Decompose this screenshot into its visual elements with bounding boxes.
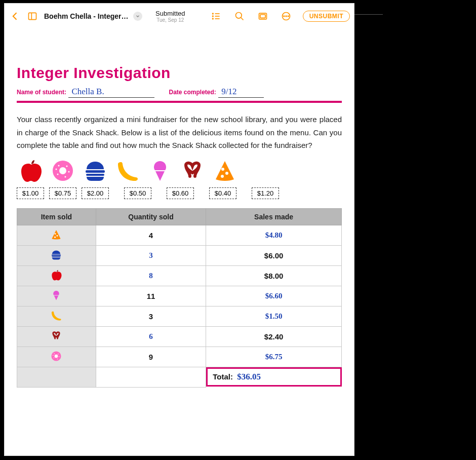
qty-cell: 3	[96, 245, 206, 265]
snack-price-row: $1.00$0.75$2.00$0.50$0.60$0.40$1.20	[17, 187, 342, 199]
apple-icon	[51, 274, 62, 282]
list-icon[interactable]	[210, 10, 223, 23]
callout-line	[354, 14, 383, 15]
donut-icon	[51, 355, 62, 363]
table-header-0: Item sold	[17, 208, 96, 225]
table-row: 6 $2.40	[17, 326, 342, 347]
date-label: Date completed:	[169, 89, 216, 96]
table-row: 4 $4.80	[17, 225, 342, 245]
svg-point-15	[212, 13, 213, 14]
item-cell-pizza	[17, 225, 96, 245]
qty-cell: 4	[96, 225, 206, 245]
worksheet-title: Integer Investigation	[17, 64, 342, 82]
worksheet-page: Integer Investigation Name of student: C…	[5, 29, 354, 398]
svg-line-22	[241, 18, 243, 20]
status-label: Submitted	[155, 10, 185, 17]
price-icecream: $0.60	[167, 187, 194, 199]
sidebar-icon[interactable]	[26, 10, 39, 23]
qty-cell: 8	[96, 265, 206, 286]
qty-cell: 6	[96, 326, 206, 347]
burger-icon	[82, 159, 109, 182]
banana-icon	[114, 159, 141, 182]
total-value: $36.05	[237, 372, 261, 381]
pretzel-icon	[179, 159, 206, 182]
svg-point-26	[284, 16, 285, 17]
svg-point-17	[212, 16, 213, 17]
unsubmit-button[interactable]: UNSUBMIT	[303, 11, 350, 22]
table-header-1: Quantity sold	[96, 208, 206, 225]
qty-cell: 9	[96, 347, 206, 367]
price-pretzel: $0.40	[209, 187, 236, 199]
status-block: Submitted Tue, Sep 12	[155, 10, 185, 23]
table-row: 8 $8.00	[17, 265, 342, 286]
price-burger: $2.00	[82, 187, 109, 199]
item-cell-burger	[17, 245, 96, 265]
pizza-icon	[51, 233, 62, 242]
sales-cell: $6.60	[206, 286, 342, 306]
doc-title-block[interactable]: Boehm Chella - Integers I...	[44, 12, 142, 21]
price-donut: $0.75	[49, 187, 76, 199]
back-icon[interactable]	[9, 10, 22, 23]
sales-cell: $6.00	[206, 245, 342, 265]
separator-line	[17, 101, 342, 103]
media-icon[interactable]	[256, 10, 269, 23]
burger-icon	[51, 253, 62, 262]
svg-rect-24	[260, 15, 265, 18]
chevron-down-icon[interactable]	[133, 12, 142, 21]
svg-point-28	[288, 16, 289, 17]
table-row: 3 $1.50	[17, 306, 342, 326]
more-icon[interactable]	[280, 10, 293, 23]
svg-point-27	[286, 16, 287, 17]
worksheet-meta-row: Name of student: Chella B. Date complete…	[17, 87, 342, 98]
name-value: Chella B.	[68, 87, 154, 98]
price-banana: $0.50	[124, 187, 151, 199]
icecream-icon	[146, 159, 174, 182]
sales-cell: $8.00	[206, 265, 342, 286]
table-header-2: Sales made	[206, 208, 342, 225]
price-apple: $1.00	[17, 187, 44, 199]
pizza-icon	[211, 159, 239, 182]
status-date: Tue, Sep 12	[155, 17, 185, 23]
svg-point-21	[235, 13, 242, 19]
name-label: Name of student:	[17, 89, 66, 96]
doc-title: Boehm Chella - Integers I...	[44, 12, 130, 20]
search-icon[interactable]	[233, 10, 246, 23]
total-label: Total:	[213, 372, 233, 381]
sales-cell: $1.50	[206, 306, 342, 326]
worksheet-paragraph: Your class recently organized a mini fun…	[17, 113, 342, 152]
snack-icon-row	[17, 159, 342, 182]
date-value: 9/12	[218, 87, 264, 98]
table-row: 3 $6.00	[17, 245, 342, 265]
qty-cell: 11	[96, 286, 206, 306]
total-empty-1	[17, 367, 96, 387]
apple-icon	[17, 159, 44, 182]
item-cell-donut	[17, 347, 96, 367]
pretzel-icon	[51, 334, 62, 343]
item-cell-pretzel	[17, 326, 96, 347]
qty-cell: 3	[96, 306, 206, 326]
toolbar: Boehm Chella - Integers I... Submitted T…	[5, 4, 354, 29]
donut-icon	[49, 159, 76, 182]
sales-cell: $4.80	[206, 225, 342, 245]
icecream-icon	[51, 294, 62, 302]
table-row: 11 $6.60	[17, 286, 342, 306]
sales-cell: $6.75	[206, 347, 342, 367]
svg-rect-13	[29, 13, 36, 19]
banana-icon	[51, 314, 62, 323]
item-cell-apple	[17, 265, 96, 286]
total-cell: Total: $36.05	[206, 367, 342, 387]
app-window: Boehm Chella - Integers I... Submitted T…	[4, 3, 354, 456]
sales-table: Item soldQuantity soldSales made 4 $4.80…	[17, 208, 342, 388]
table-row: 9 $6.75	[17, 347, 342, 367]
price-pizza: $1.20	[252, 187, 279, 199]
sales-cell: $2.40	[206, 326, 342, 347]
item-cell-icecream	[17, 286, 96, 306]
svg-point-19	[212, 18, 213, 19]
item-cell-banana	[17, 306, 96, 326]
total-empty-2	[96, 367, 206, 387]
